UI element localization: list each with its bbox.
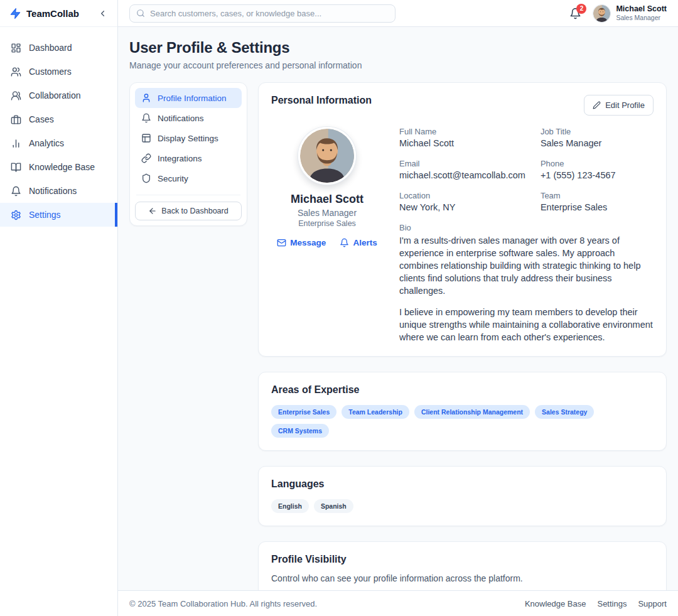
dashboard-icon [11, 43, 21, 53]
bell-icon [11, 186, 21, 197]
sidebar-item-customers[interactable]: Customers [0, 60, 117, 84]
sidebar-item-label: Notifications [29, 186, 77, 196]
zap-icon [9, 8, 21, 19]
settings-nav-card: Profile Information Notifications Displa… [129, 82, 247, 226]
settings-tab-security[interactable]: Security [135, 168, 242, 188]
personal-information-card: Personal Information Edit Profile [258, 82, 667, 357]
search-input[interactable] [150, 9, 389, 18]
sidebar: TeamCollab Dashboard Customers Collabora… [0, 0, 118, 616]
settings-tab-label: Profile Information [158, 94, 227, 103]
sidebar-item-dashboard[interactable]: Dashboard [0, 36, 117, 60]
expertise-tag: Client Relationship Management [414, 405, 530, 419]
bell-icon [141, 113, 151, 123]
bio-paragraph: I'm a results-driven sales manager with … [399, 234, 654, 297]
divider [136, 195, 240, 195]
profile-team: Enterprise Sales [298, 219, 356, 228]
notifications-button[interactable]: 2 [569, 8, 581, 19]
copyright-text: © 2025 Team Collaboration Hub. All right… [129, 599, 317, 608]
sidebar-item-label: Analytics [29, 138, 64, 148]
message-button[interactable]: Message [277, 238, 326, 247]
settings-tab-profile-information[interactable]: Profile Information [135, 88, 242, 108]
footer-link-support[interactable]: Support [638, 599, 667, 608]
gear-icon [11, 210, 21, 220]
search-icon [136, 9, 145, 18]
card-title: Languages [271, 478, 654, 490]
page-content: User Profile & Settings Manage your acco… [118, 27, 678, 590]
page-title: User Profile & Settings [129, 39, 667, 57]
expertise-tag: CRM Systems [271, 424, 329, 438]
field-location: Location New York, NY [399, 191, 525, 212]
sidebar-item-cases[interactable]: Cases [0, 107, 117, 131]
footer-link-knowledge-base[interactable]: Knowledge Base [525, 599, 586, 608]
footer-links: Knowledge Base Settings Support [525, 599, 667, 608]
user-menu[interactable]: Michael Scott Sales Manager [593, 4, 667, 23]
app-name: TeamCollab [26, 8, 79, 19]
settings-tab-notifications[interactable]: Notifications [135, 108, 242, 128]
chevron-left-icon [98, 9, 107, 18]
bell-icon [340, 238, 349, 247]
bio-paragraph: I believe in empowering my team members … [399, 306, 654, 343]
sidebar-header: TeamCollab [0, 0, 117, 27]
field-phone: Phone +1 (555) 123-4567 [541, 159, 654, 180]
user-role: Sales Manager [616, 14, 667, 22]
back-to-dashboard-button[interactable]: Back to Dashboard [135, 202, 242, 220]
main-area: 2 Michael Scott Sales Manager User Profi… [118, 0, 678, 616]
sidebar-item-notifications[interactable]: Notifications [0, 179, 117, 203]
collapse-sidebar-button[interactable] [97, 8, 109, 19]
field-job-title: Job Title Sales Manager [541, 127, 654, 148]
sidebar-item-label: Settings [29, 210, 61, 220]
profile-role: Sales Manager [298, 208, 357, 218]
sidebar-item-label: Dashboard [29, 43, 72, 53]
settings-tab-label: Display Settings [158, 134, 218, 143]
expertise-tag: Team Leadership [342, 405, 409, 419]
bar-chart-icon [11, 138, 21, 149]
book-open-icon [11, 162, 21, 173]
settings-tab-label: Notifications [158, 114, 204, 123]
language-tag: English [271, 499, 309, 513]
profile-name: Michael Scott [291, 193, 363, 206]
app-window: TeamCollab Dashboard Customers Collabora… [0, 0, 678, 616]
profile-summary: Michael Scott Sales Manager Enterprise S… [271, 127, 383, 343]
sidebar-item-settings[interactable]: Settings [0, 203, 117, 227]
expertise-tag: Sales Strategy [535, 405, 594, 419]
field-bio: Bio I'm a results-driven sales manager w… [399, 223, 654, 343]
language-tag: Spanish [314, 499, 353, 513]
topbar-right: 2 Michael Scott Sales Manager [569, 4, 667, 23]
settings-tab-integrations[interactable]: Integrations [135, 148, 242, 168]
field-email: Email michael.scott@teamcollab.com [399, 159, 525, 180]
sidebar-item-analytics[interactable]: Analytics [0, 131, 117, 155]
field-team: Team Enterprise Sales [541, 191, 654, 212]
settings-tab-label: Integrations [158, 154, 202, 163]
people-group-icon [11, 90, 21, 101]
user-icon [141, 93, 151, 103]
expertise-tag: Enterprise Sales [271, 405, 336, 419]
shield-icon [141, 173, 151, 183]
sidebar-item-knowledge-base[interactable]: Knowledge Base [0, 155, 117, 179]
page-subtitle: Manage your account preferences and pers… [129, 60, 667, 70]
profile-fields: Full Name Michael Scott Job Title Sales … [399, 127, 654, 343]
expertise-card: Areas of Expertise Enterprise Sales Team… [258, 372, 667, 451]
pencil-icon [593, 101, 601, 109]
user-name: Michael Scott [616, 4, 667, 14]
app-logo: TeamCollab [9, 8, 79, 19]
link-icon [141, 153, 151, 163]
briefcase-icon [11, 114, 21, 125]
footer: © 2025 Team Collaboration Hub. All right… [118, 590, 678, 616]
avatar [298, 127, 356, 185]
users-icon [11, 67, 21, 77]
user-meta: Michael Scott Sales Manager [616, 4, 667, 23]
avatar [593, 5, 610, 22]
mail-icon [277, 238, 286, 247]
settings-tab-label: Security [158, 174, 188, 183]
sidebar-item-label: Cases [29, 114, 54, 124]
global-search [129, 4, 396, 23]
card-title: Areas of Expertise [271, 384, 654, 396]
alerts-button[interactable]: Alerts [340, 238, 377, 247]
footer-link-settings[interactable]: Settings [597, 599, 627, 608]
language-tags: English Spanish [271, 499, 654, 513]
field-full-name: Full Name Michael Scott [399, 127, 525, 148]
edit-profile-button[interactable]: Edit Profile [584, 95, 654, 116]
settings-tab-display-settings[interactable]: Display Settings [135, 128, 242, 148]
sidebar-item-collaboration[interactable]: Collaboration [0, 84, 117, 107]
layout-icon [141, 133, 151, 143]
